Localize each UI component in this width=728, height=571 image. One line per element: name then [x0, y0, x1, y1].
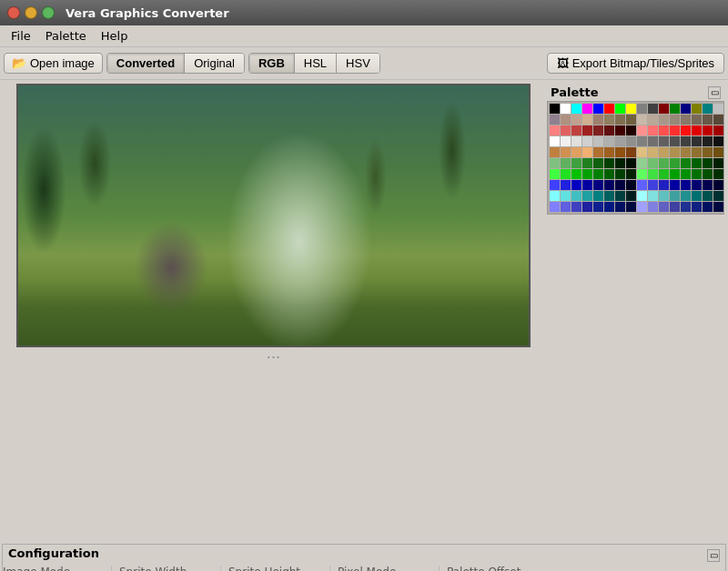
palette-cell[interactable] — [659, 191, 669, 201]
palette-cell[interactable] — [582, 147, 592, 157]
palette-cell[interactable] — [703, 125, 713, 135]
palette-cell[interactable] — [648, 147, 658, 157]
palette-cell[interactable] — [561, 104, 571, 114]
palette-cell[interactable] — [637, 180, 647, 190]
palette-cell[interactable] — [713, 125, 723, 135]
palette-cell[interactable] — [626, 104, 636, 114]
palette-cell[interactable] — [604, 158, 614, 168]
palette-cell[interactable] — [681, 136, 691, 146]
palette-cell[interactable] — [713, 169, 723, 179]
palette-cell[interactable] — [703, 136, 713, 146]
palette-cell[interactable] — [582, 169, 592, 179]
palette-cell[interactable] — [692, 158, 702, 168]
palette-cell[interactable] — [681, 180, 691, 190]
palette-cell[interactable] — [692, 147, 702, 157]
palette-cell[interactable] — [615, 202, 625, 212]
palette-cell[interactable] — [593, 202, 603, 212]
config-expand-button[interactable]: ▭ — [707, 549, 720, 562]
palette-cell[interactable] — [593, 147, 603, 157]
palette-cell[interactable] — [670, 147, 680, 157]
palette-cell[interactable] — [648, 115, 658, 125]
palette-cell[interactable] — [615, 147, 625, 157]
palette-cell[interactable] — [604, 202, 614, 212]
palette-cell[interactable] — [626, 125, 636, 135]
menu-file[interactable]: File — [4, 27, 38, 45]
palette-cell[interactable] — [550, 180, 560, 190]
export-button[interactable]: 🖼 Export Bitmap/Tiles/Sprites — [547, 53, 724, 74]
palette-cell[interactable] — [637, 104, 647, 114]
palette-cell[interactable] — [692, 202, 702, 212]
palette-cell[interactable] — [561, 180, 571, 190]
palette-cell[interactable] — [582, 202, 592, 212]
palette-cell[interactable] — [626, 136, 636, 146]
palette-cell[interactable] — [670, 104, 680, 114]
palette-cell[interactable] — [615, 104, 625, 114]
palette-cell[interactable] — [681, 158, 691, 168]
palette-cell[interactable] — [615, 191, 625, 201]
palette-cell[interactable] — [703, 191, 713, 201]
palette-cell[interactable] — [615, 158, 625, 168]
palette-cell[interactable] — [692, 136, 702, 146]
palette-cell[interactable] — [604, 180, 614, 190]
palette-cell[interactable] — [648, 125, 658, 135]
palette-cell[interactable] — [637, 169, 647, 179]
minimize-button[interactable] — [25, 6, 37, 19]
palette-cell[interactable] — [681, 191, 691, 201]
palette-cell[interactable] — [593, 104, 603, 114]
palette-cell[interactable] — [604, 115, 614, 125]
palette-cell[interactable] — [648, 136, 658, 146]
tab-original[interactable]: Original — [185, 54, 244, 73]
palette-cell[interactable] — [670, 169, 680, 179]
palette-cell[interactable] — [550, 104, 560, 114]
palette-cell[interactable] — [626, 180, 636, 190]
palette-cell[interactable] — [550, 125, 560, 135]
palette-cell[interactable] — [626, 115, 636, 125]
palette-cell[interactable] — [571, 191, 581, 201]
palette-cell[interactable] — [582, 191, 592, 201]
palette-cell[interactable] — [637, 147, 647, 157]
palette-cell[interactable] — [550, 158, 560, 168]
palette-cell[interactable] — [561, 158, 571, 168]
palette-cell[interactable] — [626, 169, 636, 179]
palette-cell[interactable] — [670, 180, 680, 190]
palette-cell[interactable] — [571, 125, 581, 135]
palette-cell[interactable] — [659, 169, 669, 179]
palette-cell[interactable] — [571, 180, 581, 190]
palette-cell[interactable] — [648, 169, 658, 179]
palette-cell[interactable] — [659, 136, 669, 146]
palette-cell[interactable] — [703, 115, 713, 125]
palette-cell[interactable] — [582, 180, 592, 190]
palette-cell[interactable] — [615, 125, 625, 135]
maximize-button[interactable] — [42, 6, 55, 19]
palette-cell[interactable] — [604, 169, 614, 179]
palette-cell[interactable] — [670, 202, 680, 212]
palette-cell[interactable] — [713, 147, 723, 157]
palette-cell[interactable] — [582, 136, 592, 146]
palette-cell[interactable] — [571, 158, 581, 168]
palette-cell[interactable] — [571, 202, 581, 212]
palette-cell[interactable] — [626, 202, 636, 212]
palette-cell[interactable] — [550, 115, 560, 125]
palette-cell[interactable] — [703, 158, 713, 168]
palette-cell[interactable] — [593, 191, 603, 201]
menu-palette[interactable]: Palette — [38, 27, 94, 45]
tab-hsv[interactable]: HSV — [337, 54, 379, 73]
palette-expand-button[interactable]: ▭ — [708, 86, 721, 99]
palette-cell[interactable] — [681, 202, 691, 212]
palette-cell[interactable] — [670, 125, 680, 135]
palette-cell[interactable] — [703, 104, 713, 114]
palette-cell[interactable] — [626, 191, 636, 201]
palette-cell[interactable] — [637, 115, 647, 125]
palette-cell[interactable] — [561, 202, 571, 212]
palette-cell[interactable] — [692, 180, 702, 190]
palette-cell[interactable] — [637, 125, 647, 135]
palette-cell[interactable] — [692, 125, 702, 135]
palette-cell[interactable] — [593, 169, 603, 179]
palette-cell[interactable] — [604, 147, 614, 157]
palette-cell[interactable] — [550, 147, 560, 157]
palette-cell[interactable] — [571, 136, 581, 146]
tab-hsl[interactable]: HSL — [295, 54, 337, 73]
palette-cell[interactable] — [561, 169, 571, 179]
palette-cell[interactable] — [692, 115, 702, 125]
palette-cell[interactable] — [604, 104, 614, 114]
